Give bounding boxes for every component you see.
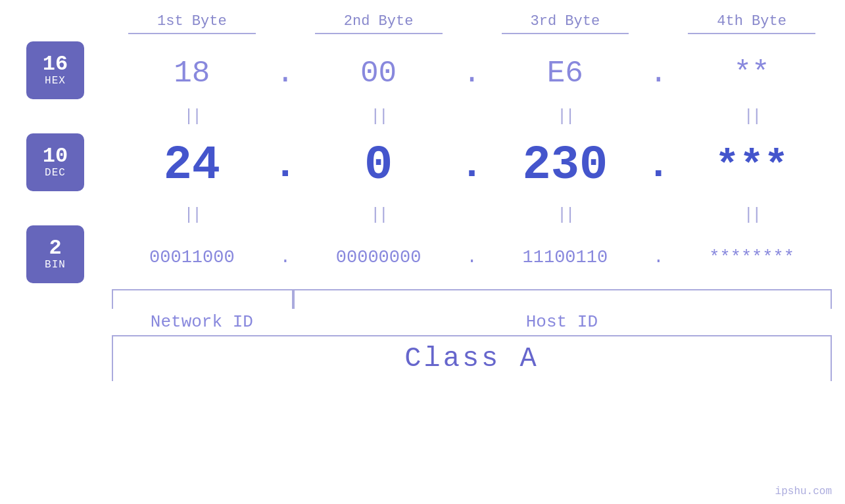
dec-val-3: 230 bbox=[485, 139, 646, 193]
bin-val-4: ******** bbox=[671, 248, 832, 267]
host-id-bracket bbox=[293, 289, 832, 309]
hex-row: 16 HEX 18 . 00 . E6 . ** bbox=[26, 47, 832, 100]
network-id-bracket bbox=[112, 289, 293, 309]
watermark: ipshu.com bbox=[775, 486, 832, 497]
byte-header-1: 1st Byte bbox=[112, 13, 272, 30]
byte-headers: 1st Byte 2nd Byte 3rd Byte 4th Byte bbox=[112, 0, 832, 30]
bin-badge-label: BIN bbox=[45, 259, 66, 271]
eq-b4: || bbox=[671, 205, 832, 225]
eq-b2: || bbox=[299, 205, 459, 225]
class-bracket: Class A bbox=[112, 335, 832, 381]
eq-3: || bbox=[485, 106, 646, 126]
hex-dot-2: . bbox=[459, 57, 485, 91]
network-id-label: Network ID bbox=[112, 312, 292, 332]
bin-val-1: 00011000 bbox=[112, 248, 272, 267]
dec-dot-1: . bbox=[272, 143, 299, 188]
bracket-3 bbox=[502, 33, 629, 34]
byte-header-3: 3rd Byte bbox=[485, 13, 646, 30]
bin-dot-3: . bbox=[645, 248, 671, 267]
hex-val-4: ** bbox=[671, 57, 832, 91]
dec-badge-col: 10 DEC bbox=[26, 133, 112, 198]
eq-values-2: || || || || bbox=[112, 205, 832, 225]
bin-badge: 2 BIN bbox=[26, 225, 84, 283]
bin-badge-num: 2 bbox=[49, 238, 61, 259]
hex-badge-label: HEX bbox=[45, 75, 66, 87]
byte-header-4: 4th Byte bbox=[671, 13, 832, 30]
dec-values: 24 . 0 . 230 . *** bbox=[112, 139, 832, 193]
bracket-4 bbox=[688, 33, 815, 34]
bracket-2 bbox=[315, 33, 443, 34]
id-labels: Network ID Host ID bbox=[112, 312, 832, 332]
dec-badge: 10 DEC bbox=[26, 133, 84, 191]
hex-badge-col: 16 HEX bbox=[26, 41, 112, 106]
bin-val-3: 11100110 bbox=[485, 248, 646, 267]
bin-dot-2: . bbox=[459, 248, 485, 267]
hex-dot-1: . bbox=[272, 57, 299, 91]
bracket-1 bbox=[128, 33, 256, 34]
hex-val-3: E6 bbox=[485, 57, 646, 91]
eq-4: || bbox=[671, 106, 832, 126]
dec-val-2: 0 bbox=[299, 139, 459, 193]
equals-row-2: || || || || bbox=[26, 198, 832, 231]
hex-dot-3: . bbox=[645, 57, 671, 91]
bin-row: 2 BIN 00011000 . 00000000 . 11100110 . bbox=[26, 231, 832, 284]
hex-values: 18 . 00 . E6 . ** bbox=[112, 57, 832, 91]
bin-val-2: 00000000 bbox=[299, 248, 459, 267]
class-label: Class A bbox=[404, 343, 539, 375]
dec-row: 10 DEC 24 . 0 . 230 . *** bbox=[26, 133, 832, 198]
hex-badge-num: 16 bbox=[43, 54, 68, 75]
bin-badge-col: 2 BIN bbox=[26, 225, 112, 290]
bin-values: 00011000 . 00000000 . 11100110 . *******… bbox=[112, 248, 832, 267]
dec-val-1: 24 bbox=[112, 139, 272, 193]
id-brackets bbox=[112, 289, 832, 309]
bin-dot-1: . bbox=[272, 248, 299, 267]
dec-dot-3: . bbox=[645, 143, 671, 188]
dec-val-4: *** bbox=[671, 143, 832, 189]
main-layout: 1st Byte 2nd Byte 3rd Byte 4th Byte 16 H… bbox=[0, 0, 845, 504]
eq-2: || bbox=[299, 106, 459, 126]
eq-1: || bbox=[112, 106, 272, 126]
eq-b3: || bbox=[485, 205, 646, 225]
dec-badge-label: DEC bbox=[45, 167, 66, 179]
byte-header-2: 2nd Byte bbox=[299, 13, 459, 30]
hex-val-2: 00 bbox=[299, 57, 459, 91]
hex-val-1: 18 bbox=[112, 57, 272, 91]
eq-values-1: || || || || bbox=[112, 106, 832, 126]
eq-b1: || bbox=[112, 205, 272, 225]
dec-dot-2: . bbox=[459, 143, 485, 188]
equals-row-1: || || || || bbox=[26, 100, 832, 133]
host-id-label: Host ID bbox=[292, 312, 832, 332]
dec-badge-num: 10 bbox=[43, 146, 68, 167]
hex-badge: 16 HEX bbox=[26, 41, 84, 99]
header-brackets bbox=[112, 33, 832, 34]
